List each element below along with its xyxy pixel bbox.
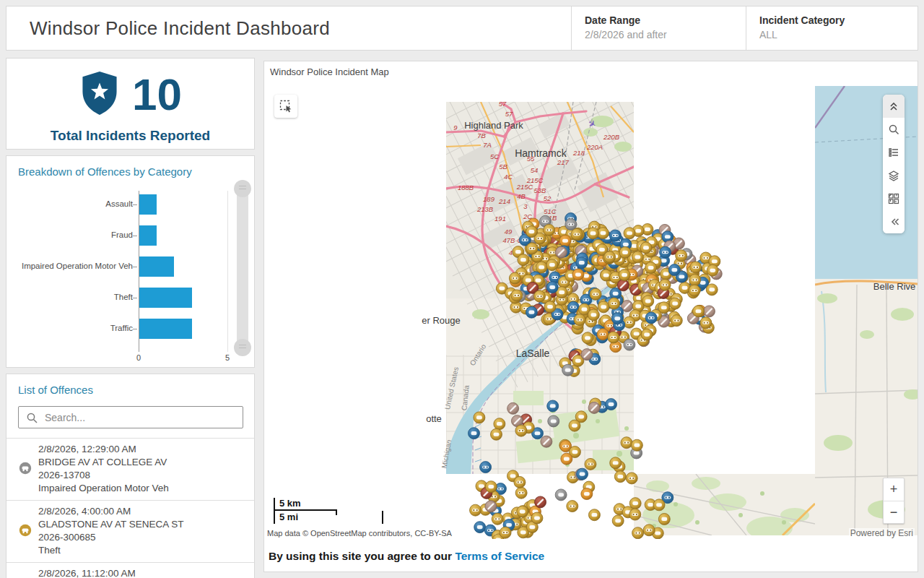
- scroll-up-button[interactable]: [234, 180, 251, 197]
- incident-marker[interactable]: [555, 489, 567, 501]
- incident-marker[interactable]: [581, 349, 593, 361]
- incident-marker[interactable]: [492, 513, 503, 525]
- incident-marker[interactable]: [606, 399, 617, 410]
- incident-marker[interactable]: [480, 462, 492, 473]
- incident-category-field[interactable]: Incident Category ALL: [746, 7, 918, 50]
- incident-marker[interactable]: [588, 509, 600, 521]
- incident-marker[interactable]: [707, 264, 718, 276]
- incident-marker[interactable]: [546, 282, 558, 293]
- incident-marker[interactable]: [533, 290, 545, 302]
- chart-scrollbar[interactable]: [236, 180, 249, 356]
- incident-marker[interactable]: [547, 400, 559, 412]
- incident-marker[interactable]: [700, 317, 712, 329]
- bar[interactable]: [139, 256, 174, 277]
- incident-marker[interactable]: [515, 425, 527, 436]
- incident-marker[interactable]: [514, 476, 526, 488]
- incident-marker[interactable]: [546, 259, 558, 271]
- incident-marker[interactable]: [671, 315, 682, 327]
- incident-marker[interactable]: [588, 402, 600, 413]
- collapse-up-button[interactable]: [883, 95, 905, 118]
- incident-marker[interactable]: [526, 243, 538, 254]
- incident-marker[interactable]: [642, 296, 654, 307]
- incident-marker[interactable]: [659, 279, 671, 290]
- date-range-field[interactable]: Date Range 2/8/2026 and after: [571, 7, 746, 50]
- incident-marker[interactable]: [619, 246, 631, 258]
- terms-of-service-link[interactable]: Terms of Service: [455, 550, 544, 562]
- incident-marker[interactable]: [518, 254, 529, 266]
- incident-marker[interactable]: [590, 288, 601, 300]
- incident-marker[interactable]: [624, 228, 635, 239]
- incident-marker[interactable]: [645, 312, 657, 324]
- incident-marker[interactable]: [562, 364, 574, 376]
- search-box[interactable]: [18, 406, 243, 428]
- incident-marker[interactable]: [565, 219, 577, 230]
- incident-marker[interactable]: [658, 513, 670, 525]
- incident-marker[interactable]: [588, 309, 599, 321]
- list-item[interactable]: 2/8/2026, 4:00:00 AMGLADSTONE AV AT SENE…: [6, 500, 254, 562]
- incident-marker[interactable]: [617, 280, 629, 291]
- incident-marker[interactable]: [585, 458, 596, 470]
- incident-marker[interactable]: [658, 302, 670, 314]
- incident-marker[interactable]: [609, 230, 621, 241]
- incident-marker[interactable]: [689, 274, 701, 285]
- incident-marker[interactable]: [494, 418, 505, 430]
- incident-category-value[interactable]: ALL: [759, 29, 918, 40]
- search-input[interactable]: [45, 407, 238, 428]
- incident-marker[interactable]: [526, 306, 537, 318]
- layers-button[interactable]: [883, 164, 905, 187]
- incident-marker[interactable]: [609, 298, 620, 309]
- incident-marker[interactable]: [612, 515, 624, 527]
- bar[interactable]: [139, 319, 192, 339]
- incident-marker[interactable]: [526, 226, 537, 238]
- incident-marker[interactable]: [509, 272, 520, 284]
- incident-marker[interactable]: [536, 262, 547, 273]
- map-canvas[interactable]: ✈: [264, 82, 918, 539]
- bar[interactable]: [139, 288, 192, 308]
- incident-marker[interactable]: [632, 251, 643, 263]
- collapse-left-button[interactable]: [883, 210, 905, 233]
- incident-marker[interactable]: [660, 246, 671, 258]
- incident-marker[interactable]: [500, 527, 511, 538]
- incident-marker[interactable]: [669, 298, 681, 309]
- map-search-button[interactable]: [883, 118, 905, 141]
- incident-marker[interactable]: [629, 509, 641, 520]
- incident-marker[interactable]: [668, 264, 680, 276]
- incident-marker[interactable]: [624, 339, 635, 350]
- incident-marker[interactable]: [588, 228, 599, 239]
- basemap-gallery-button[interactable]: [883, 187, 905, 210]
- incident-marker[interactable]: [653, 499, 665, 511]
- incident-marker[interactable]: [621, 437, 632, 449]
- zoom-out-button[interactable]: −: [884, 501, 904, 523]
- incident-marker[interactable]: [631, 439, 642, 451]
- incident-marker[interactable]: [559, 235, 571, 246]
- incident-marker[interactable]: [569, 420, 580, 431]
- incident-marker[interactable]: [689, 285, 700, 296]
- incident-marker[interactable]: [690, 262, 702, 273]
- incident-marker[interactable]: [511, 290, 523, 301]
- incident-marker[interactable]: [571, 228, 583, 240]
- incident-marker[interactable]: [608, 332, 619, 343]
- list-item[interactable]: 2/8/2026, 12:29:00 AMBRIDGE AV AT COLLEG…: [6, 438, 254, 500]
- incident-marker[interactable]: [567, 501, 578, 512]
- bar-chart[interactable]: AssaultFraudImpaired Operation Motor Veh…: [6, 182, 232, 364]
- bar-row[interactable]: Assault: [6, 194, 232, 215]
- incident-marker[interactable]: [611, 313, 623, 324]
- bar-row[interactable]: Traffic: [6, 319, 232, 339]
- select-by-rectangle-button[interactable]: [274, 95, 297, 118]
- incident-marker[interactable]: [474, 522, 486, 533]
- incident-marker[interactable]: [574, 314, 585, 326]
- incident-marker[interactable]: [535, 496, 546, 508]
- scrollbar-track[interactable]: [237, 187, 248, 349]
- incident-marker[interactable]: [597, 329, 609, 340]
- incident-marker[interactable]: [576, 257, 588, 269]
- incident-marker[interactable]: [474, 412, 485, 423]
- incident-marker[interactable]: [645, 262, 657, 274]
- incident-marker[interactable]: [544, 224, 555, 236]
- incident-marker[interactable]: [624, 316, 635, 328]
- incident-marker[interactable]: [490, 428, 502, 440]
- bar-row[interactable]: Fraud: [6, 225, 232, 246]
- bar[interactable]: [139, 225, 157, 246]
- incident-marker[interactable]: [692, 306, 704, 317]
- incident-marker[interactable]: [619, 269, 630, 281]
- incident-marker[interactable]: [582, 332, 593, 344]
